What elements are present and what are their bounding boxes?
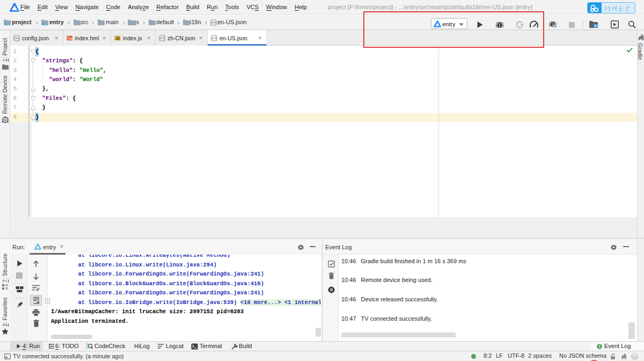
svg-text:H: H <box>70 36 72 40</box>
svg-text:JS: JS <box>115 37 120 40</box>
